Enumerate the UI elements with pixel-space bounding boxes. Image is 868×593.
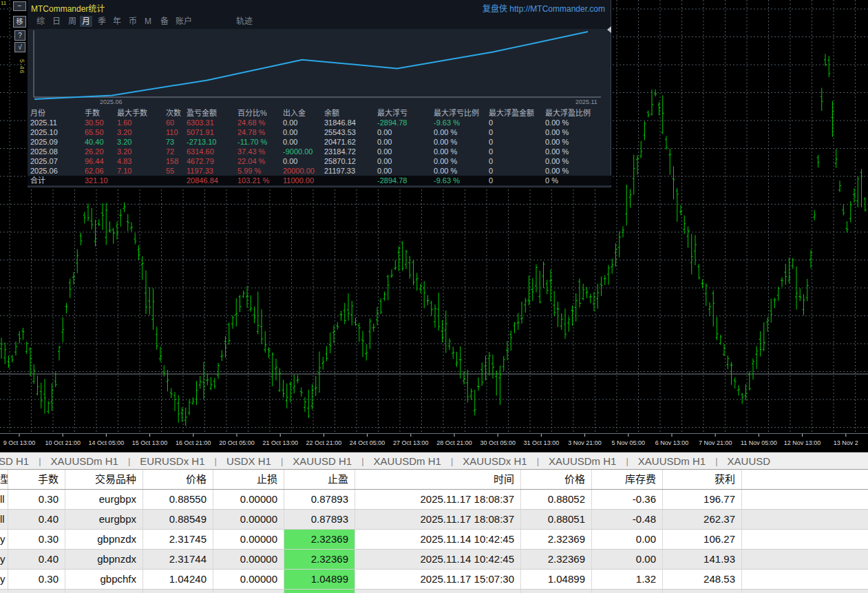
stat-cell: 4.83 <box>117 156 166 166</box>
stat-cell: 158 <box>166 156 187 166</box>
stats-row[interactable]: 2025.0662.067.10551197.335.99 %20000.002… <box>28 166 611 176</box>
stat-cell: 最大浮亏比例 <box>434 108 489 118</box>
stat-cell: 2025.09 <box>30 137 85 147</box>
stat-cell: 0.00 % <box>434 137 489 147</box>
stats-row[interactable]: 2025.1130.501.60606303.3124.68 %0.003184… <box>28 118 611 127</box>
panel-titlebar[interactable]: MTCommander统计 复盘侠 http://MTCommander.com <box>28 0 611 14</box>
stat-cell: 24.68 % <box>237 118 283 127</box>
menu-item-M[interactable]: M <box>142 16 154 27</box>
position-row[interactable]: y0.30gbpnzdx2.317450.000002.323692025.11… <box>0 530 868 550</box>
time-axis-label: 3 Nov 21:00 <box>563 439 607 446</box>
stat-cell: 月份 <box>30 108 85 118</box>
position-row[interactable]: ll0.40eurgbpx0.885490.000000.878932025.1… <box>0 510 868 530</box>
stat-cell: 2025.06 <box>30 166 85 176</box>
stat-cell: 0.00 % <box>545 127 611 137</box>
stat-cell: 0 <box>489 166 545 176</box>
stats-total-row[interactable]: 合计321.1020846.84103.21 %11000.00-2894.78… <box>28 176 611 185</box>
panel-collapse-arrow[interactable] <box>607 26 611 33</box>
cell-profit: 248.53 <box>663 570 742 589</box>
stat-cell: 1197.33 <box>187 166 237 176</box>
position-row[interactable]: y0.40gbpnzdx2.317440.000002.323692025.11… <box>0 550 868 570</box>
menu-item-月[interactable]: 月 <box>80 16 92 27</box>
symbol-tab[interactable]: XAUUSDm H1 <box>41 455 128 467</box>
time-axis-label: 20 Oct 05:00 <box>215 439 259 446</box>
stat-cell: 0.00 <box>377 127 434 137</box>
help-button[interactable]: ? <box>14 30 25 41</box>
stat-cell: 余额 <box>324 108 377 118</box>
menu-item-账户[interactable]: 账户 <box>173 16 194 27</box>
stats-header-row[interactable]: 月份手数最大手数次数盈亏金额百分比%出入金余额最大浮亏最大浮亏比例最大浮盈金额最… <box>28 108 611 118</box>
position-row[interactable]: ll0.30eurgbpx0.885500.000000.878932025.1… <box>0 490 868 510</box>
stat-cell: 3.20 <box>117 137 166 147</box>
time-axis-label: 22 Oct 21:00 <box>301 439 346 446</box>
menu-item-周[interactable]: 周 <box>66 16 78 27</box>
move-button[interactable]: 移 <box>13 16 26 28</box>
symbol-tab[interactable]: XAUUSD <box>718 455 781 467</box>
stat-cell: -2713.10 <box>187 137 237 147</box>
position-row[interactable]: y0.30gbpchfx1.042400.000001.048992025.11… <box>0 570 868 590</box>
position-row[interactable]: y0.40gbpchfx1.042400.000001.048992025.11… <box>0 590 868 593</box>
menu-item-日[interactable]: 日 <box>50 16 63 27</box>
stat-cell: 0 <box>489 118 545 127</box>
stat-cell: 24.78 % <box>237 127 283 137</box>
stat-cell: 21197.33 <box>324 166 377 176</box>
cell-type: 型 <box>0 470 8 489</box>
time-axis-label: 14 Oct 05:00 <box>84 439 128 446</box>
cell-time: 2025.11.17 18:08:37 <box>355 490 521 509</box>
stat-cell: 次数 <box>166 108 187 118</box>
cell-tp: 2.32369 <box>284 530 355 549</box>
stat-cell: 5.99 % <box>237 166 283 176</box>
stat-cell: 25870.12 <box>324 156 377 166</box>
stat-cell: 最大浮盈比例 <box>545 108 611 118</box>
menu-item-轨迹[interactable]: 轨迹 <box>234 16 255 27</box>
symbol-tab[interactable]: USDX H1 <box>217 455 281 467</box>
stat-cell: 最大手数 <box>117 108 166 118</box>
cell-price: 价格 <box>521 470 592 489</box>
cell-sl: 0.00000 <box>213 590 284 593</box>
time-axis-label: 28 Oct 21:00 <box>432 439 476 446</box>
cell-open-price: 0.88550 <box>143 490 213 509</box>
stats-panel: MTCommander统计 复盘侠 http://MTCommander.com… <box>28 0 611 187</box>
positions-header-row[interactable]: 型手数交易品种价格止损止盈时间价格库存费获利 <box>0 470 868 490</box>
cell-profit: 196.77 <box>663 490 742 509</box>
confirm-button[interactable]: √ <box>14 42 25 52</box>
cell-lots: 手数 <box>8 470 65 489</box>
menu-item-备[interactable]: 备 <box>158 16 171 27</box>
cell-price: 0.88052 <box>521 490 592 509</box>
cell-tp: 1.04899 <box>284 570 355 589</box>
equity-line <box>34 32 588 99</box>
cell-profit: 106.27 <box>663 530 742 549</box>
menu-item-年[interactable]: 年 <box>111 16 123 27</box>
time-axis-label: 27 Oct 13:00 <box>389 439 433 446</box>
stat-cell: 96.44 <box>85 156 117 166</box>
cell-empty <box>742 590 868 593</box>
menu-item-季[interactable]: 季 <box>96 16 108 27</box>
symbol-tab[interactable]: XAUUSDm H1 <box>364 455 451 467</box>
cell-sl: 止损 <box>213 470 284 489</box>
stats-row[interactable]: 2025.0796.444.831584672.7922.04 %0.00258… <box>28 156 611 166</box>
panel-brand-link[interactable]: 复盘侠 http://MTCommander.com <box>483 2 605 14</box>
menu-item-综[interactable]: 综 <box>34 16 47 27</box>
cell-type: ll <box>0 510 8 529</box>
menu-item-币[interactable]: 币 <box>127 16 139 27</box>
symbol-tab[interactable]: SD H1 <box>0 455 39 467</box>
stat-cell: 盈亏金额 <box>187 108 237 118</box>
symbol-tab[interactable]: XAUUSDx H1 <box>453 455 536 467</box>
stat-cell: 0.00 % <box>434 156 489 166</box>
cell-open-price: 2.31745 <box>143 530 213 549</box>
symbol-tab[interactable]: XAUUSDm H1 <box>539 455 626 467</box>
stat-cell: 2025.08 <box>30 147 85 156</box>
stats-row[interactable]: 2025.1065.503.201105071.9124.78 %0.00255… <box>28 127 611 137</box>
cell-open-price: 2.31744 <box>143 550 213 569</box>
stats-row[interactable]: 2025.0826.203.20726314.6037.43 %-9000.00… <box>28 147 611 156</box>
stat-cell: 0.00 <box>283 127 324 137</box>
cell-symbol: gbpnzdx <box>65 550 143 569</box>
minimize-button[interactable]: − <box>13 1 26 11</box>
stat-cell: 40.40 <box>85 137 117 147</box>
symbol-tab[interactable]: EURUSDx H1 <box>130 455 214 467</box>
stat-cell: 0.00 <box>377 137 434 147</box>
stats-row[interactable]: 2025.0940.403.2073-2713.10-11.70 %0.0020… <box>28 137 611 147</box>
stat-cell: 出入金 <box>283 108 324 118</box>
symbol-tab[interactable]: XAUUSDm H1 <box>628 455 715 467</box>
symbol-tab[interactable]: XAUUSD H1 <box>283 455 361 467</box>
